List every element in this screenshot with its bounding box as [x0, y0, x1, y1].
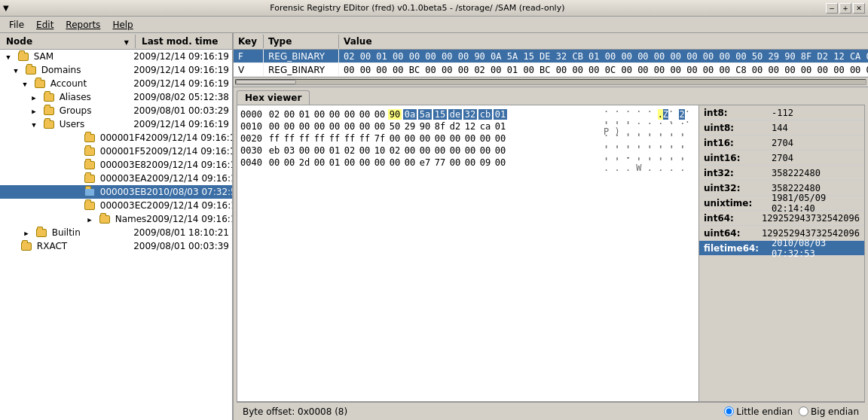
expand-icon-sam[interactable]: [3, 52, 14, 62]
tree-label-account: Account: [50, 78, 87, 89]
type-panel: int8: -112 uint8: 144 int16: 2704 uint16…: [698, 105, 864, 401]
hex-viewer-content: 0000 02 00 01 00 00 00 00 00 90 0a 5a 15: [237, 105, 865, 402]
type-value-int64: 129252943732542096: [757, 212, 864, 225]
folder-icon-u1f5: [84, 148, 95, 156]
title-bar: ▼ Forensic Registry EDitor (fred) v0.1.0…: [0, 0, 868, 17]
reg-row-f[interactable]: F REG_BINARY 02 00 01 00 00 00 00 00 90 …: [234, 50, 868, 63]
byte-offset-label: Byte offset: 0x0008 (8): [243, 406, 347, 417]
expand-icon-groups[interactable]: [29, 106, 39, 117]
expand-icon-names[interactable]: [84, 215, 95, 225]
tree-label-u3ec: 000003EC: [100, 200, 147, 211]
tree-row-u3eb[interactable]: 000003EB 2010/08/03 07:32:53: [0, 185, 232, 199]
tree-time-aliases: 2009/08/02 05:12:38: [133, 92, 232, 102]
folder-icon-u3ec: [84, 202, 95, 210]
tree-header-time: Last mod. time: [136, 35, 224, 48]
tree-label-rxact: RXACT: [37, 241, 67, 251]
hex-viewer-tab[interactable]: Hex viewer: [237, 90, 310, 105]
tree-label-names: Names: [115, 214, 147, 224]
reg-cell-f-key: F: [234, 50, 264, 63]
little-endian-label[interactable]: Little endian: [724, 406, 793, 417]
tree-label-u1f4: 000001F4: [100, 132, 145, 143]
tree-label-users: Users: [60, 119, 85, 129]
reg-cell-f-value: 02 00 01 00 00 00 00 00 90 0A 5A 15 DE 3…: [339, 50, 868, 63]
tree-time-u3eb: 2010/08/03 07:32:53: [146, 187, 232, 197]
menu-help[interactable]: Help: [106, 18, 139, 32]
hex-offset-0020: 0020: [240, 133, 267, 144]
horizontal-scrollbar[interactable]: [234, 77, 868, 87]
tree-time-users: 2009/12/14 09:16:19: [133, 119, 232, 129]
reg-header-value: Value: [339, 35, 868, 48]
tree-row-u3ec[interactable]: 000003EC 2009/12/14 09:16:19: [0, 199, 232, 212]
tree-time-sam: 2009/12/14 09:16:19: [133, 51, 232, 62]
expand-icon-users[interactable]: [29, 120, 39, 130]
tree-row-builtin[interactable]: Builtin 2009/08/01 18:10:21: [0, 226, 232, 239]
folder-icon-u3eb: [84, 188, 95, 196]
minimize-button[interactable]: −: [826, 3, 838, 14]
type-value-int32: 358222480: [767, 166, 864, 180]
type-value-uint8: 144: [767, 121, 864, 135]
hex-bytes-0010: 00 00 00 00 00 00 00 00 50 29 90 8f d2 1…: [267, 121, 507, 132]
close-button[interactable]: ✕: [853, 3, 865, 14]
type-row-uint16: uint16: 2704: [699, 151, 864, 166]
folder-icon-names: [99, 215, 110, 224]
menu-bar: File Edit Reports Help: [0, 17, 868, 33]
folder-icon-account: [35, 80, 45, 88]
tree-label-aliases: Aliases: [60, 92, 91, 102]
big-endian-radio[interactable]: [799, 406, 808, 416]
tree-row-names[interactable]: Names 2009/12/14 09:16:19: [0, 212, 232, 226]
type-label-uint8: uint8:: [699, 121, 767, 135]
maximize-button[interactable]: +: [839, 3, 851, 14]
menu-file[interactable]: File: [3, 18, 30, 32]
menu-reports[interactable]: Reports: [60, 18, 106, 32]
expand-icon-account[interactable]: [20, 79, 30, 90]
expand-icon-domains[interactable]: [11, 65, 21, 76]
tree-time-u1f5: 2009/12/14 09:16:19: [145, 146, 232, 157]
type-row-unixtime: unixtime: 1981/05/09 02:14:40: [699, 196, 864, 211]
tree-row-domains[interactable]: Domains 2009/12/14 09:16:19: [0, 63, 232, 77]
tree-row-rxact[interactable]: RXACT 2009/08/01 00:03:39: [0, 239, 232, 253]
hex-bytes-0030: eb 03 00 00 01 02 00 10 02 00 00 00 00 0…: [267, 145, 507, 156]
tree-row-aliases[interactable]: Aliases 2009/08/02 05:12:38: [0, 90, 232, 104]
type-label-uint32: uint32:: [699, 181, 767, 195]
tree-label-u3e8: 000003E8: [100, 160, 146, 170]
right-panel: Key Type Value F REG_BINARY 02 00 01 00 …: [234, 33, 868, 420]
tree-row-u3e8[interactable]: 000003E8 2009/12/14 09:16:19: [0, 158, 232, 172]
type-label-uint16: uint16:: [699, 151, 767, 165]
expand-icon-builtin[interactable]: [21, 228, 32, 239]
type-value-uint16: 2704: [767, 151, 864, 165]
tree-row-u1f4[interactable]: 000001F4 2009/12/14 09:16:19: [0, 131, 232, 145]
node-sort-icon[interactable]: [124, 36, 129, 47]
tree-row-u1f5[interactable]: 000001F5 2009/12/14 09:16:19: [0, 145, 232, 158]
big-endian-label[interactable]: Big endian: [799, 406, 859, 417]
reg-header-type: Type: [264, 35, 339, 48]
ascii-line-0040: . . - . . . . . . . . W . . . .: [604, 157, 695, 169]
tree-row-groups[interactable]: Groups 2009/08/01 00:03:29: [0, 104, 232, 117]
type-row-int8: int8: -112: [699, 105, 864, 120]
tree-label-builtin: Builtin: [52, 227, 81, 238]
reg-cell-v-key: V: [234, 63, 264, 77]
tree-label-u3ea: 000003EA: [100, 173, 147, 184]
tree-row-account[interactable]: Account 2009/12/14 09:16:19: [0, 77, 232, 90]
hex-line-0020: 0020 ff ff ff ff ff ff ff 7f 00 00 00 00: [240, 132, 598, 145]
hex-line-0010: 0010 00 00 00 00 00 00 00 00 50 29 90 8f: [240, 120, 598, 132]
registry-table: Key Type Value F REG_BINARY 02 00 01 00 …: [234, 33, 868, 77]
hex-bytes-0040: 00 00 2d 00 01 00 00 00 00 00 e7 77 00 0…: [267, 157, 507, 168]
endian-group: Little endian Big endian: [724, 406, 859, 417]
little-endian-radio[interactable]: [724, 406, 734, 416]
type-value-int8: -112: [767, 106, 864, 120]
tree-label-domains: Domains: [41, 65, 81, 75]
tree-row-users[interactable]: Users 2009/12/14 09:16:19: [0, 117, 232, 131]
type-label-int64: int64:: [699, 212, 757, 225]
scrollbar-thumb[interactable]: [236, 80, 296, 84]
tree-row-sam[interactable]: SAM 2009/12/14 09:16:19: [0, 50, 232, 63]
tree-time-account: 2009/12/14 09:16:19: [133, 78, 232, 89]
hex-line-0040: 0040 00 00 2d 00 01 00 00 00 00 00 e7 77: [240, 157, 598, 169]
scrollbar-track[interactable]: [235, 79, 866, 85]
tree-row-u3ea[interactable]: 000003EA 2009/12/14 09:16:19: [0, 172, 232, 185]
reg-row-v[interactable]: V REG_BINARY 00 00 00 00 BC 00 00 00 02 …: [234, 63, 868, 77]
tree-body[interactable]: SAM 2009/12/14 09:16:19 Domains 2009/12/…: [0, 50, 232, 420]
menu-edit[interactable]: Edit: [30, 18, 60, 32]
type-value-int16: 2704: [767, 136, 864, 150]
expand-icon-aliases[interactable]: [29, 93, 39, 103]
tree-time-u1f4: 2009/12/14 09:16:19: [145, 132, 232, 143]
